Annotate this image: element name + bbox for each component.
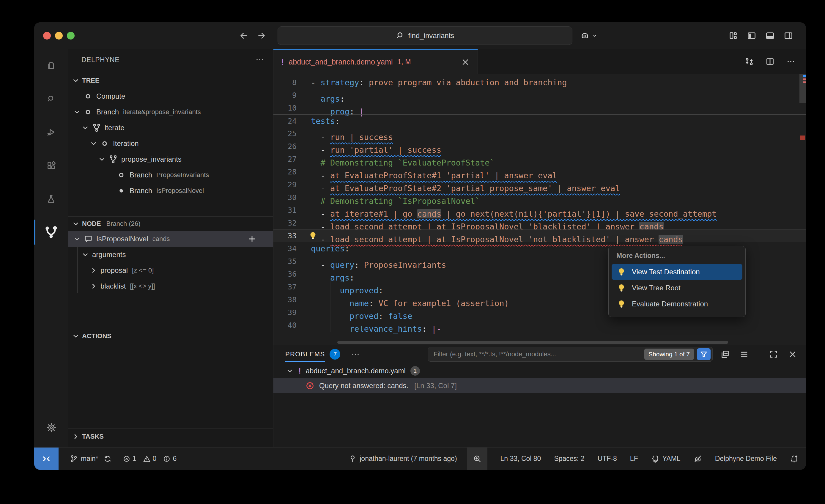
quickfix-item-evaluate-demonstration[interactable]: Evaluate Demonstration — [612, 296, 742, 312]
zoom-status-item[interactable] — [467, 447, 487, 470]
tree-item-branch-propose-invariants[interactable]: BranchProposeInvariants — [68, 167, 273, 183]
code-line-8[interactable]: 8- strategy: prove_program_via_abduction… — [274, 76, 806, 89]
lightbulb-icon[interactable] — [308, 231, 318, 241]
chevron-down-icon — [286, 367, 294, 375]
code-line-28[interactable]: 28- at EvaluateProofState#1 'partial' | … — [274, 165, 806, 178]
line-content: - at EvaluateProofState#2 'partial propo… — [311, 178, 620, 191]
horizontal-scrollbar[interactable] — [337, 341, 728, 344]
collapse-all-icon[interactable] — [721, 350, 730, 359]
code-line-40[interactable]: 40relevance_hints: |- — [274, 319, 806, 332]
code-line-26[interactable]: 26- run 'partial' | success — [274, 140, 806, 153]
language-mode-item[interactable]: YAML — [651, 455, 681, 463]
sidebar-more-actions-icon[interactable] — [255, 55, 264, 64]
code-line-29[interactable]: 29- at EvaluateProofState#2 'partial pro… — [274, 178, 806, 191]
remote-indicator[interactable] — [34, 447, 59, 470]
tree-section-header[interactable]: TREE — [68, 73, 273, 88]
minimize-window-button[interactable] — [55, 32, 63, 40]
copilot-status-item[interactable] — [694, 455, 702, 463]
mode-item[interactable]: Delphyne Demo File — [715, 455, 777, 463]
eol-item[interactable]: LF — [630, 455, 638, 463]
tree-item-propose-invariants[interactable]: propose_invariants — [68, 151, 273, 167]
tasks-section-header[interactable]: TASKS — [68, 429, 273, 445]
copilot-menu[interactable] — [580, 22, 598, 49]
code-line-30[interactable]: 30# Demonstrating `IsProposalNovel` — [274, 191, 806, 204]
git-branch-item[interactable]: main* — [70, 455, 111, 463]
indentation-item[interactable]: Spaces: 2 — [554, 455, 584, 463]
activity-item-delphyne[interactable] — [34, 215, 68, 249]
toggle-sidebar-icon[interactable] — [747, 31, 756, 40]
overview-ruler[interactable] — [800, 74, 806, 345]
line-content: - at iterate#1 | go cands | go next(next… — [311, 204, 717, 217]
notifications-item[interactable] — [790, 455, 798, 463]
close-panel-icon[interactable] — [788, 350, 797, 359]
quickfix-item-view-test-destination[interactable]: View Test Destination — [612, 264, 742, 280]
close-window-button[interactable] — [43, 32, 51, 40]
node-item-proposal[interactable]: proposal[z <= 0] — [68, 263, 273, 278]
toggle-panel-icon[interactable] — [765, 31, 774, 40]
tab-problems[interactable]: PROBLEMS — [285, 345, 325, 363]
activity-item-search[interactable] — [34, 82, 68, 116]
view-as-table-icon[interactable] — [740, 350, 749, 359]
line-number: 24 — [274, 115, 311, 127]
activity-item-run-debug[interactable] — [34, 116, 68, 149]
node-item-blacklist[interactable]: blacklist[[x <> y]] — [68, 278, 273, 294]
tree-item-branch-iterate[interactable]: Branchiterate&propose_invariants — [68, 104, 273, 120]
close-tab-icon[interactable] — [461, 58, 470, 67]
git-blame-item[interactable]: jonathan-laurent (7 months ago) — [349, 455, 457, 463]
code-line-31[interactable]: 31- at iterate#1 | go cands | go next(ne… — [274, 204, 806, 217]
encoding-item[interactable]: UTF-8 — [598, 455, 617, 463]
more-actions-icon[interactable] — [786, 57, 795, 66]
line-content: # Demonstrating `EvaluateProofState` — [311, 153, 495, 165]
back-arrow-icon[interactable] — [239, 31, 248, 40]
tree-item-iteration[interactable]: Iteration — [68, 136, 273, 151]
tree-item-branch-is-proposal-novel[interactable]: BranchIsProposalNovel — [68, 183, 273, 199]
code-line-27[interactable]: 27# Demonstrating `EvaluateProofState` — [274, 153, 806, 165]
add-icon[interactable] — [247, 234, 256, 243]
open-changes-icon[interactable] — [745, 57, 754, 66]
code-line-33[interactable]: 33- load second_attempt | at IsProposalN… — [274, 229, 806, 242]
split-editor-icon[interactable] — [765, 57, 774, 66]
maximize-panel-icon[interactable] — [769, 350, 778, 359]
code-line-9[interactable]: 9args: — [274, 89, 806, 101]
diagnostics-item[interactable]: 1 0 6 — [123, 455, 181, 463]
node-item-is-proposal-novel[interactable]: IsProposalNovelcands — [68, 231, 273, 247]
activity-item-explorer[interactable] — [34, 49, 68, 82]
line-content: prog: | — [311, 101, 364, 115]
zoom-window-button[interactable] — [67, 32, 75, 40]
command-center-search[interactable]: find_invariants — [278, 26, 573, 45]
search-icon — [396, 31, 405, 40]
toggle-secondary-sidebar-icon[interactable] — [784, 31, 793, 40]
problems-error-row[interactable]: Query not answered: cands. [Ln 33, Col 7… — [274, 378, 806, 393]
cursor-position-item[interactable]: Ln 33, Col 80 — [501, 455, 541, 463]
tab-abduct-and-branch-demo-yaml[interactable]: ! abduct_and_branch.demo.yaml 1, M — [274, 49, 478, 74]
problems-file-row[interactable]: ! abduct_and_branch.demo.yaml 1 — [274, 363, 806, 378]
circle-outline-icon — [84, 92, 96, 100]
filter-funnel-icon[interactable] — [697, 348, 710, 360]
indent-guide — [77, 246, 78, 293]
customize-layout-icon[interactable] — [729, 31, 738, 40]
chevron-right-icon — [90, 267, 100, 274]
line-number: 33 — [274, 229, 311, 242]
quickfix-item-view-tree-root[interactable]: View Tree Root — [612, 280, 742, 296]
code-line-25[interactable]: 25- run | success — [274, 127, 806, 140]
filter-placeholder: Filter (e.g. text, **/*.ts, !**/node_mod… — [434, 350, 644, 358]
forward-arrow-icon[interactable] — [257, 31, 266, 40]
code-line-10[interactable]: 10prog: | — [274, 101, 806, 115]
line-content: relevance_hints: |- — [311, 319, 441, 332]
line-number: 27 — [274, 153, 311, 165]
panel-more-actions-icon[interactable] — [351, 350, 360, 359]
code-line-32[interactable]: 32- load second_attempt | at IsProposalN… — [274, 217, 806, 229]
line-number: 32 — [274, 217, 311, 229]
code-line-24[interactable]: 24tests: — [274, 115, 806, 127]
node-item-arguments[interactable]: arguments — [68, 247, 273, 263]
activity-item-extensions[interactable] — [34, 149, 68, 182]
tree-item-iterate[interactable]: iterate — [68, 120, 273, 136]
problems-filter-input[interactable]: Filter (e.g. text, **/*.ts, !**/node_mod… — [428, 347, 712, 362]
activity-item-testing[interactable] — [34, 182, 68, 215]
layout-controls — [729, 22, 793, 49]
tree-item-compute[interactable]: Compute — [68, 88, 273, 104]
sync-icon[interactable] — [104, 455, 111, 463]
node-section-header[interactable]: NODE Branch (26) — [68, 217, 273, 231]
actions-section-header[interactable]: ACTIONS — [68, 328, 273, 344]
activity-item-settings[interactable] — [34, 413, 68, 442]
